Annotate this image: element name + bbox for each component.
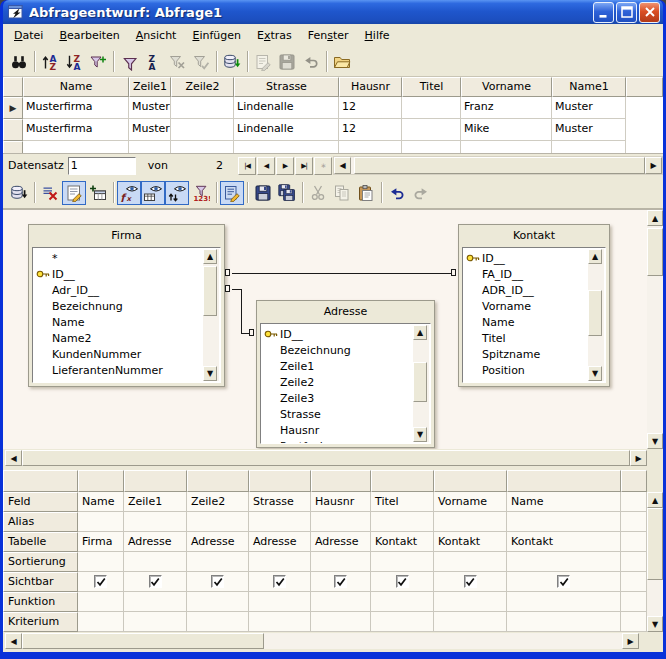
field-bezeichnung[interactable]: Bezeichnung (36, 298, 202, 314)
column-header-name1[interactable]: Name1 (552, 77, 626, 97)
undo-button[interactable] (385, 181, 409, 205)
field-zeile2[interactable]: Zeile2 (264, 374, 412, 390)
datasheet-cell[interactable]: Lindenalle (234, 97, 339, 119)
scroll-down-button[interactable]: ▼ (588, 366, 602, 381)
scroll-thumb[interactable] (22, 633, 264, 649)
grid-cell-kriterium[interactable] (124, 612, 187, 632)
field-lieferantennummer[interactable]: LieferantenNummer (36, 362, 202, 378)
grid-cell-sortierung[interactable] (78, 552, 124, 572)
grid-column-header[interactable] (434, 470, 507, 492)
field-spitzname[interactable]: Spitzname (466, 346, 587, 362)
grid-cell-feld[interactable]: Zeile2 (187, 492, 249, 512)
grid-cell-kriterium[interactable] (434, 612, 507, 632)
properties-button[interactable] (220, 181, 244, 205)
join-line[interactable] (241, 333, 249, 334)
field-adrid[interactable]: ADR_ID__ (466, 282, 587, 298)
grid-cell-alias[interactable] (249, 512, 311, 532)
column-header-hausnr[interactable]: Hausnr (339, 77, 402, 97)
scroll-thumb[interactable] (647, 228, 663, 276)
refresh-data-button[interactable] (220, 50, 244, 74)
titlebar[interactable]: Abfrageentwurf: Abfrage1 (3, 0, 663, 24)
grid-cell-tabelle[interactable]: Kontakt (507, 532, 621, 552)
scroll-up-button[interactable]: ▲ (647, 492, 663, 508)
grid-cell-alias[interactable] (371, 512, 434, 532)
field-strasse[interactable]: Strasse (264, 406, 412, 422)
menu-hilfe[interactable]: Hilfe (357, 26, 398, 46)
scroll-up-button[interactable]: ▲ (203, 249, 217, 264)
grid-cell-sortierung[interactable] (434, 552, 507, 572)
menu-datei[interactable]: Datei (6, 26, 51, 46)
scroll-left-button[interactable]: ◀ (5, 633, 22, 649)
grid-cell-feld[interactable]: Zeile1 (124, 492, 187, 512)
grid-cell-tabelle[interactable]: Adresse (249, 532, 311, 552)
grid-cell-kriterium[interactable] (507, 612, 621, 632)
grid-cell-funktion[interactable] (507, 592, 621, 612)
sort-descending-button[interactable]: ZA (62, 50, 86, 74)
scroll-thumb[interactable] (22, 450, 630, 466)
grid-cell-funktion[interactable] (124, 592, 187, 612)
last-record-button[interactable]: ▶| (295, 157, 313, 175)
show-functions-button[interactable]: ƒx (117, 181, 141, 205)
field-postfach[interactable]: Postfach (264, 438, 412, 444)
column-header-vorname[interactable]: Vorname (461, 77, 552, 97)
grid-cell-funktion[interactable] (434, 592, 507, 612)
scroll-up-button[interactable]: ▲ (647, 210, 663, 226)
datasheet-cell[interactable]: Franz (461, 97, 552, 119)
datasheet-cell[interactable] (171, 119, 234, 141)
menu-einfgen[interactable]: Einfügen (184, 26, 249, 46)
scroll-down-button[interactable]: ▼ (647, 433, 663, 449)
save-button[interactable] (251, 181, 275, 205)
field-id[interactable]: ID__ (36, 266, 202, 282)
join-line[interactable] (232, 273, 451, 274)
paste-button[interactable] (354, 181, 378, 205)
sichtbar-checkbox[interactable] (211, 575, 224, 588)
filter-button[interactable] (117, 50, 141, 74)
scroll-thumb[interactable] (588, 290, 602, 336)
grid-cell-alias[interactable] (124, 512, 187, 532)
field-id[interactable]: ID__ (466, 250, 587, 266)
field-titel[interactable]: Titel (466, 330, 587, 346)
sichtbar-checkbox[interactable] (464, 575, 477, 588)
grid-cell-tabelle[interactable]: Firma (78, 532, 124, 552)
datasheet-cell[interactable] (234, 141, 339, 153)
datasheet-corner-cell[interactable] (3, 77, 23, 97)
datasheet-cell[interactable]: Muster (129, 97, 171, 119)
row-selector[interactable] (3, 141, 23, 153)
grid-cell-funktion[interactable] (311, 592, 371, 612)
scroll-left-button[interactable]: ◀ (334, 157, 351, 174)
sichtbar-checkbox[interactable] (334, 575, 347, 588)
column-header-titel[interactable]: Titel (402, 77, 461, 97)
datasheet-cell[interactable] (23, 141, 129, 153)
scroll-left-button[interactable]: ◀ (5, 450, 22, 466)
show-criteria-button[interactable]: 123! (189, 181, 213, 205)
field-name2[interactable]: Name2 (36, 330, 202, 346)
grid-cell-kriterium[interactable] (78, 612, 124, 632)
filter-add-button[interactable] (86, 50, 110, 74)
table-title[interactable]: Kontakt (462, 225, 606, 247)
scroll-thumb[interactable] (354, 157, 645, 174)
grid-cell-funktion[interactable] (249, 592, 311, 612)
grid-cell-alias[interactable] (311, 512, 371, 532)
design-view-button[interactable] (62, 181, 86, 205)
menu-ansicht[interactable]: Ansicht (128, 26, 185, 46)
menu-bearbeiten[interactable]: Bearbeiten (51, 26, 127, 46)
grid-cell-feld[interactable]: Strasse (249, 492, 311, 512)
first-record-button[interactable]: |◀ (238, 157, 256, 175)
field-[interactable]: * (36, 250, 202, 266)
record-number-input[interactable] (68, 157, 136, 175)
sort-za-button[interactable]: ZA (141, 50, 165, 74)
grid-cell-funktion[interactable] (78, 592, 124, 612)
grid-cell-sortierung[interactable] (249, 552, 311, 572)
datasheet-cell[interactable]: 12 (339, 119, 402, 141)
field-name[interactable]: Name (466, 314, 587, 330)
grid-cell-alias[interactable] (507, 512, 621, 532)
datasheet-cell[interactable]: Musterfirma (23, 97, 129, 119)
grid-cell-tabelle[interactable]: Kontakt (434, 532, 507, 552)
grid-cell-alias[interactable] (78, 512, 124, 532)
grid-cell-tabelle[interactable]: Adresse (187, 532, 249, 552)
sichtbar-checkbox[interactable] (94, 575, 107, 588)
column-header-zeile2[interactable]: Zeile2 (171, 77, 234, 97)
sort-ascending-button[interactable]: AZ (38, 50, 62, 74)
scroll-right-button[interactable]: ▶ (645, 157, 662, 174)
grid-column-header[interactable] (311, 470, 371, 492)
